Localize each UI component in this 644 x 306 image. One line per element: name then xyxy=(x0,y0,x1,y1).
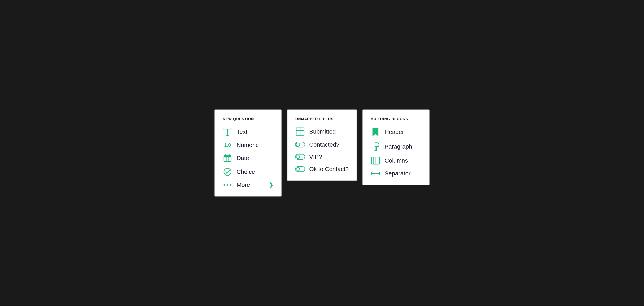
numeric-icon: 1.0 xyxy=(223,142,232,148)
paragraph-icon xyxy=(371,142,380,151)
more-icon xyxy=(223,183,232,186)
separator-item[interactable]: Separator xyxy=(371,170,421,177)
svg-marker-26 xyxy=(372,128,378,136)
new-question-title: NEW QUESTION xyxy=(223,117,273,121)
date-item[interactable]: Date xyxy=(223,154,273,162)
building-blocks-panel: BUILDING BLOCKS Header xyxy=(362,110,430,185)
unmapped-fields-items: Submitted Contacted? xyxy=(295,128,349,172)
svg-rect-24 xyxy=(295,166,305,172)
svg-point-21 xyxy=(296,143,300,146)
submitted-item[interactable]: Submitted xyxy=(295,128,349,136)
header-item[interactable]: Header xyxy=(371,128,421,136)
svg-rect-22 xyxy=(295,154,305,160)
new-question-panel: NEW QUESTION Text xyxy=(214,110,282,196)
vip-item[interactable]: VIP? xyxy=(295,154,349,160)
panels-container: NEW QUESTION Text xyxy=(214,110,430,196)
text-item[interactable]: Text xyxy=(223,128,273,136)
separator-label: Separator xyxy=(384,170,410,177)
ok-to-contact-item[interactable]: Ok to Contact? xyxy=(295,166,349,172)
svg-rect-6 xyxy=(224,156,231,158)
columns-icon xyxy=(371,157,380,164)
text-icon xyxy=(223,128,232,136)
choice-icon xyxy=(223,168,232,176)
columns-label: Columns xyxy=(384,157,408,164)
toggle-icon-contacted xyxy=(295,142,305,148)
separator-icon xyxy=(371,172,380,175)
text-label: Text xyxy=(236,128,248,135)
header-label: Header xyxy=(384,129,404,135)
svg-point-23 xyxy=(296,155,300,158)
paragraph-label: Paragraph xyxy=(384,143,412,150)
toggle-icon-ok xyxy=(295,166,305,172)
svg-rect-16 xyxy=(296,128,304,135)
bookmark-icon xyxy=(371,128,380,136)
contacted-label: Contacted? xyxy=(309,141,339,148)
table-icon xyxy=(295,128,305,136)
svg-point-25 xyxy=(296,167,300,171)
more-label: More xyxy=(236,182,250,188)
numeric-item[interactable]: 1.0 Numeric xyxy=(223,142,273,148)
paragraph-item[interactable]: Paragraph xyxy=(371,142,421,151)
unmapped-fields-panel: UNMAPPED FIELDS Submitted xyxy=(287,110,357,181)
date-label: Date xyxy=(236,155,249,162)
choice-item[interactable]: Choice xyxy=(223,168,273,176)
submitted-label: Submitted xyxy=(309,128,336,135)
date-icon xyxy=(223,154,232,162)
new-question-items: Text 1.0 Numeric xyxy=(223,128,273,188)
numeric-label: Numeric xyxy=(236,142,259,148)
more-item[interactable]: More ❯ xyxy=(223,182,273,188)
vip-label: VIP? xyxy=(309,154,322,160)
more-chevron-icon: ❯ xyxy=(269,182,273,188)
building-blocks-items: Header Paragraph xyxy=(371,128,421,177)
unmapped-fields-title: UNMAPPED FIELDS xyxy=(295,117,349,121)
contacted-item[interactable]: Contacted? xyxy=(295,141,349,148)
svg-rect-20 xyxy=(295,142,305,147)
svg-point-15 xyxy=(230,184,232,186)
toggle-icon-vip xyxy=(295,154,305,160)
choice-label: Choice xyxy=(236,168,255,175)
ok-to-contact-label: Ok to Contact? xyxy=(309,166,349,172)
building-blocks-title: BUILDING BLOCKS xyxy=(371,117,421,121)
svg-point-13 xyxy=(224,184,225,186)
columns-item[interactable]: Columns xyxy=(371,157,421,164)
svg-point-14 xyxy=(227,184,228,186)
svg-point-12 xyxy=(224,168,231,176)
